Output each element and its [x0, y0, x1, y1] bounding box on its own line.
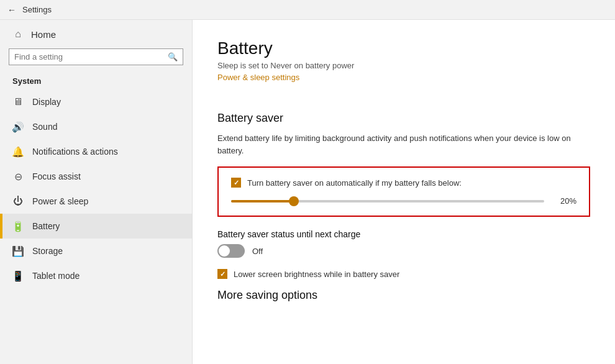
- sidebar-item-focus[interactable]: ⊖ Focus assist: [0, 164, 192, 189]
- focus-icon: ⊖: [12, 171, 24, 182]
- sidebar-notifications-label: Notifications & actions: [32, 147, 118, 157]
- checkbox-label: Turn battery saver on automatically if m…: [247, 178, 462, 188]
- page-title: Battery: [217, 39, 590, 58]
- toggle-row: Off: [217, 244, 590, 258]
- display-icon: 🖥: [12, 96, 24, 107]
- more-saving-title: More saving options: [217, 289, 590, 302]
- sidebar-item-battery[interactable]: 🔋 Battery: [0, 214, 192, 239]
- battery-saver-checkbox[interactable]: [231, 178, 241, 188]
- sidebar-item-power[interactable]: ⏻ Power & sleep: [0, 189, 192, 214]
- home-icon: ⌂: [12, 29, 24, 40]
- slider-value: 20%: [554, 196, 576, 206]
- sidebar-item-home[interactable]: ⌂ Home: [0, 20, 192, 48]
- storage-icon: 💾: [12, 245, 24, 257]
- slider-thumb[interactable]: [289, 196, 299, 206]
- titlebar: ← Settings: [0, 0, 615, 20]
- battery-saver-title: Battery saver: [217, 112, 590, 125]
- window-title: Settings: [22, 5, 52, 14]
- sidebar-search-box[interactable]: 🔍: [9, 48, 183, 65]
- sidebar-storage-label: Storage: [32, 246, 63, 256]
- brightness-checkbox[interactable]: [217, 269, 227, 279]
- battery-status-toggle[interactable]: [217, 244, 245, 258]
- checkbox-row: Turn battery saver on automatically if m…: [231, 178, 576, 188]
- power-sleep-link[interactable]: Power & sleep settings: [217, 73, 299, 82]
- main-content: Battery Sleep is set to Never on battery…: [193, 20, 615, 364]
- search-input[interactable]: [14, 52, 164, 61]
- status-title: Battery saver status until next charge: [217, 229, 590, 239]
- sidebar-home-label: Home: [31, 29, 56, 40]
- brightness-checkbox-row: Lower screen brightness while in battery…: [217, 269, 590, 279]
- sidebar-battery-label: Battery: [32, 221, 60, 231]
- battery-saver-box: Turn battery saver on automatically if m…: [217, 166, 590, 217]
- brightness-label: Lower screen brightness while in battery…: [234, 270, 399, 279]
- sidebar-tablet-label: Tablet mode: [32, 271, 80, 281]
- notifications-icon: 🔔: [12, 146, 24, 157]
- tablet-icon: 📱: [12, 270, 24, 281]
- back-button[interactable]: ←: [7, 5, 16, 15]
- sidebar-item-display[interactable]: 🖥 Display: [0, 89, 192, 114]
- sidebar-item-tablet[interactable]: 📱 Tablet mode: [0, 263, 192, 288]
- sidebar-sound-label: Sound: [32, 122, 57, 132]
- sidebar-item-notifications[interactable]: 🔔 Notifications & actions: [0, 139, 192, 164]
- battery-icon: 🔋: [12, 221, 24, 232]
- sidebar-power-label: Power & sleep: [32, 196, 88, 206]
- toggle-label: Off: [252, 247, 263, 256]
- sidebar-item-storage[interactable]: 💾 Storage: [0, 239, 192, 263]
- app-container: ⌂ Home 🔍 System 🖥 Display 🔊 Sound 🔔 Noti…: [0, 20, 615, 364]
- page-subtitle: Sleep is set to Never on battery power: [217, 61, 590, 70]
- sidebar-display-label: Display: [32, 97, 61, 107]
- slider-fill: [231, 200, 294, 202]
- battery-slider-track[interactable]: [231, 200, 544, 202]
- slider-row: 20%: [231, 196, 576, 206]
- power-icon: ⏻: [12, 196, 24, 207]
- sound-icon: 🔊: [12, 121, 24, 132]
- battery-saver-description: Extend battery life by limiting backgrou…: [217, 132, 590, 157]
- sidebar-item-sound[interactable]: 🔊 Sound: [0, 114, 192, 139]
- sidebar-focus-label: Focus assist: [32, 171, 81, 181]
- search-icon: 🔍: [168, 52, 178, 61]
- sidebar-section-title: System: [0, 71, 192, 89]
- sidebar: ⌂ Home 🔍 System 🖥 Display 🔊 Sound 🔔 Noti…: [0, 20, 193, 364]
